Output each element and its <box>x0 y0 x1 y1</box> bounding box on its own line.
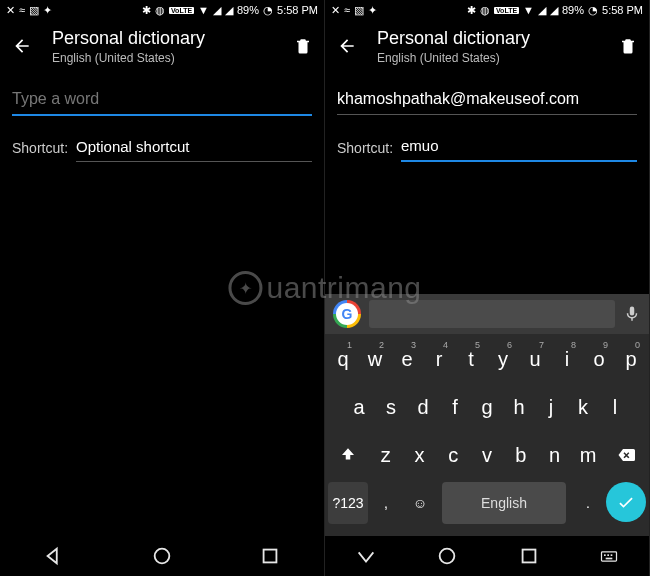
recent-nav-icon[interactable] <box>518 545 540 567</box>
key-t[interactable]: t5 <box>456 338 486 380</box>
key-c[interactable]: c <box>437 434 469 476</box>
recent-nav-icon[interactable] <box>259 545 281 567</box>
signal-icon-2: ◢ <box>225 4 233 17</box>
volte-badge: VoLTE <box>169 7 194 14</box>
key-g[interactable]: g <box>472 386 502 428</box>
alarm-icon: ◔ <box>263 4 273 17</box>
space-key[interactable]: English <box>442 482 566 524</box>
word-input[interactable]: Type a word <box>12 80 312 114</box>
shift-key[interactable] <box>328 434 368 476</box>
key-w[interactable]: w2 <box>360 338 390 380</box>
page-title: Personal dictionary <box>377 28 599 49</box>
page-subtitle: English (United States) <box>52 51 274 65</box>
back-icon[interactable] <box>337 36 357 56</box>
backspace-key[interactable] <box>606 434 646 476</box>
key-p[interactable]: p0 <box>616 338 646 380</box>
bluetooth-icon: ✱ <box>467 4 476 17</box>
refresh-icon: ✦ <box>368 4 377 17</box>
battery-text: 89% <box>562 4 584 16</box>
back-nav-icon[interactable] <box>355 545 377 567</box>
data-icon: ◍ <box>155 4 165 17</box>
header: Personal dictionary English (United Stat… <box>0 20 324 72</box>
navigation-bar <box>0 536 324 576</box>
clock-text: 5:58 PM <box>602 4 643 16</box>
enter-key[interactable] <box>606 482 646 522</box>
key-n[interactable]: n <box>539 434 571 476</box>
back-icon[interactable] <box>12 36 32 56</box>
home-nav-icon[interactable] <box>151 545 173 567</box>
word-field[interactable]: khamoshpathak@makeuseof.com <box>337 80 637 115</box>
key-v[interactable]: v <box>471 434 503 476</box>
mic-icon[interactable] <box>623 305 641 323</box>
shortcut-field[interactable]: emuo <box>401 133 637 162</box>
key-k[interactable]: k <box>568 386 598 428</box>
key-j[interactable]: j <box>536 386 566 428</box>
word-input[interactable]: khamoshpathak@makeuseof.com <box>337 80 637 114</box>
svg-rect-6 <box>608 554 610 556</box>
clock-text: 5:58 PM <box>277 4 318 16</box>
wifi-icon: ▼ <box>198 4 209 16</box>
status-bar: ✕ ≈ ▧ ✦ ✱ ◍ VoLTE ▼ ◢ ◢ 89% ◔ 5:58 PM <box>0 0 324 20</box>
delete-icon[interactable] <box>294 36 312 56</box>
key-d[interactable]: d <box>408 386 438 428</box>
key-s[interactable]: s <box>376 386 406 428</box>
svg-rect-7 <box>611 554 613 556</box>
svg-rect-5 <box>604 554 606 556</box>
key-i[interactable]: i8 <box>552 338 582 380</box>
comma-key[interactable]: , <box>370 482 402 524</box>
key-x[interactable]: x <box>404 434 436 476</box>
svg-rect-8 <box>606 558 613 560</box>
battery-text: 89% <box>237 4 259 16</box>
right-screen: ✕ ≈ ▧ ✦ ✱ ◍ VoLTE ▼ ◢ ◢ 89% ◔ 5:58 PM Pe… <box>325 0 650 576</box>
shortcut-field[interactable]: Optional shortcut <box>76 134 312 162</box>
back-nav-icon[interactable] <box>43 545 65 567</box>
period-key[interactable]: . <box>572 482 604 524</box>
signal-icon: ◢ <box>538 4 546 17</box>
svg-point-2 <box>440 549 455 564</box>
refresh-icon: ✦ <box>43 4 52 17</box>
left-screen: ✕ ≈ ▧ ✦ ✱ ◍ VoLTE ▼ ◢ ◢ 89% ◔ 5:58 PM Pe… <box>0 0 325 576</box>
key-l[interactable]: l <box>600 386 630 428</box>
word-field[interactable]: Type a word <box>12 80 312 116</box>
shortcut-input[interactable]: Optional shortcut <box>76 134 312 161</box>
cast-icon: ✕ <box>331 4 340 17</box>
key-u[interactable]: u7 <box>520 338 550 380</box>
key-a[interactable]: a <box>344 386 374 428</box>
signal-icon: ◢ <box>213 4 221 17</box>
shortcut-label: Shortcut: <box>337 140 393 162</box>
keyboard-nav-icon[interactable] <box>599 545 619 567</box>
volte-badge: VoLTE <box>494 7 519 14</box>
key-q[interactable]: q1 <box>328 338 358 380</box>
key-r[interactable]: r4 <box>424 338 454 380</box>
key-o[interactable]: o9 <box>584 338 614 380</box>
data-icon: ◍ <box>480 4 490 17</box>
svg-rect-1 <box>264 550 277 563</box>
key-f[interactable]: f <box>440 386 470 428</box>
home-nav-icon[interactable] <box>436 545 458 567</box>
key-h[interactable]: h <box>504 386 534 428</box>
navigation-bar <box>325 536 649 576</box>
key-e[interactable]: e3 <box>392 338 422 380</box>
cast-icon: ✕ <box>6 4 15 17</box>
keyboard: q1w2e3r4t5y6u7i8o9p0 asdfghjkl zxcvbnm ?… <box>325 334 649 536</box>
suggestion-area[interactable] <box>369 300 615 328</box>
svg-rect-4 <box>602 552 617 561</box>
delete-icon[interactable] <box>619 36 637 56</box>
sync-icon: ≈ <box>19 4 25 16</box>
symbols-key[interactable]: ?123 <box>328 482 368 524</box>
shortcut-input[interactable]: emuo <box>401 133 637 160</box>
alarm-icon: ◔ <box>588 4 598 17</box>
svg-rect-3 <box>522 550 535 563</box>
wifi-icon: ▼ <box>523 4 534 16</box>
key-y[interactable]: y6 <box>488 338 518 380</box>
picture-icon: ▧ <box>29 4 39 17</box>
bluetooth-icon: ✱ <box>142 4 151 17</box>
key-z[interactable]: z <box>370 434 402 476</box>
shortcut-label: Shortcut: <box>12 140 68 162</box>
picture-icon: ▧ <box>354 4 364 17</box>
emoji-key[interactable]: ☺ <box>404 482 436 524</box>
key-m[interactable]: m <box>572 434 604 476</box>
google-icon[interactable] <box>333 300 361 328</box>
svg-point-0 <box>155 549 170 564</box>
key-b[interactable]: b <box>505 434 537 476</box>
